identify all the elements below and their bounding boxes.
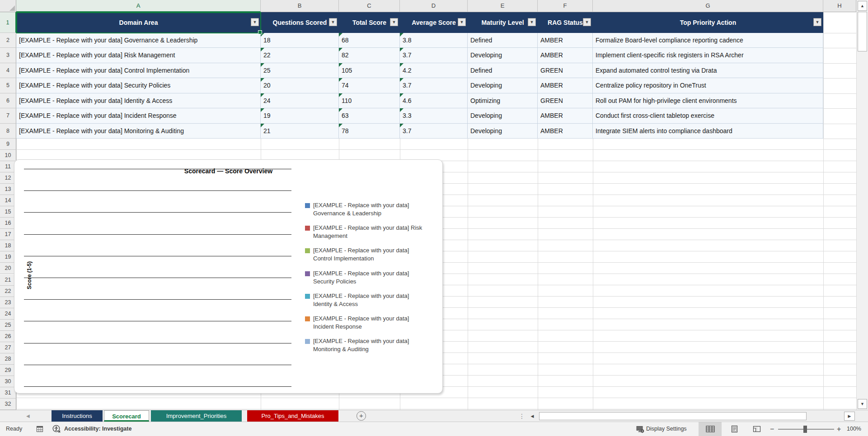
zoom-slider-thumb[interactable] — [803, 426, 807, 433]
table-cell[interactable]: [EXAMPLE - Replace with your data] Monit… — [16, 124, 261, 139]
column-header-H[interactable]: H — [823, 0, 856, 12]
row-header-9[interactable]: 9 — [0, 139, 16, 150]
table-cell[interactable]: 68 — [339, 33, 400, 48]
sheet-tab-improvement_priorities[interactable]: Improvement_Priorities — [151, 410, 242, 422]
filter-button[interactable]: ▼ — [251, 18, 259, 26]
table-cell[interactable]: Formalize Board-level compliance reporti… — [593, 33, 823, 48]
table-cell[interactable]: Expand automated control testing via Dra… — [593, 63, 823, 78]
table-cell[interactable]: [EXAMPLE - Replace with your data] Gover… — [16, 33, 261, 48]
table-cell[interactable]: Centralize policy repository in OneTrust — [593, 78, 823, 93]
table-cell[interactable]: [EXAMPLE - Replace with your data] Secur… — [16, 78, 261, 93]
row-header-3[interactable]: 3 — [0, 48, 16, 63]
page-layout-view-button[interactable] — [724, 422, 745, 436]
table-cell[interactable]: AMBER — [538, 48, 593, 63]
table-cell[interactable]: Integrate SIEM alerts into compliance da… — [593, 124, 823, 139]
zoom-level[interactable]: 100% — [847, 422, 861, 436]
table-cell[interactable]: 25 — [261, 63, 339, 78]
table-cell[interactable]: 3.7 — [400, 124, 468, 139]
table-cell[interactable]: 19 — [261, 108, 339, 124]
filter-button[interactable]: ▼ — [813, 18, 821, 26]
table-cell[interactable]: [EXAMPLE - Replace with your data] Incid… — [16, 108, 261, 124]
row-header-5[interactable]: 5 — [0, 78, 16, 93]
table-cell[interactable]: AMBER — [538, 108, 593, 124]
table-cell[interactable]: Optimizing — [468, 93, 538, 108]
row-header-4[interactable]: 4 — [0, 63, 16, 78]
table-cell[interactable]: 3.3 — [400, 108, 468, 124]
table-cell[interactable]: GREEN — [538, 63, 593, 78]
filter-button[interactable]: ▼ — [583, 18, 591, 26]
table-cell[interactable]: [EXAMPLE - Replace with your data] Risk … — [16, 48, 261, 63]
row-header-1[interactable]: 1 — [0, 12, 16, 33]
table-cell[interactable]: AMBER — [538, 78, 593, 93]
table-cell[interactable]: 63 — [339, 108, 400, 124]
table-cell[interactable]: 18 — [261, 33, 339, 48]
zoom-in-button[interactable]: + — [837, 422, 841, 436]
row-header-7[interactable]: 7 — [0, 108, 16, 124]
accessibility-status[interactable]: Accessibility: Investigate — [64, 422, 131, 436]
table-cell[interactable]: 4.6 — [400, 93, 468, 108]
table-cell[interactable]: 4.2 — [400, 63, 468, 78]
table-cell[interactable]: Developing — [468, 108, 538, 124]
column-header-F[interactable]: F — [538, 0, 593, 12]
vertical-scrollbar-thumb[interactable] — [858, 12, 867, 51]
table-cell[interactable]: 105 — [339, 63, 400, 78]
scroll-up-button[interactable]: ▲ — [858, 1, 867, 11]
macro-record-icon[interactable] — [36, 426, 43, 434]
table-cell[interactable]: Conduct first cross-client tabletop exer… — [593, 108, 823, 124]
embedded-chart[interactable]: Scorecard — Score Overview Score (1-5) [… — [14, 159, 443, 394]
table-cell[interactable]: AMBER — [538, 33, 593, 48]
table-cell[interactable]: Defined — [468, 33, 538, 48]
table-cell[interactable]: [EXAMPLE - Replace with your data] Ident… — [16, 93, 261, 108]
scroll-down-button[interactable]: ▼ — [858, 399, 867, 409]
table-cell[interactable]: Implement client-specific risk registers… — [593, 48, 823, 63]
row-header-8[interactable]: 8 — [0, 124, 16, 139]
zoom-out-button[interactable]: − — [770, 422, 774, 436]
tab-scroll-left-icon[interactable]: ◀ — [26, 410, 30, 422]
row-header-2[interactable]: 2 — [0, 33, 16, 48]
row-header-32[interactable]: 32 — [0, 399, 16, 410]
page-break-preview-button[interactable] — [746, 422, 767, 436]
table-cell[interactable]: Developing — [468, 48, 538, 63]
sheet-tab-scorecard[interactable]: Scorecard — [104, 410, 149, 422]
table-cell[interactable]: 110 — [339, 93, 400, 108]
add-sheet-button[interactable]: + — [357, 411, 366, 421]
tab-options-handle[interactable]: ⋮ — [519, 410, 525, 422]
table-cell[interactable]: Developing — [468, 124, 538, 139]
filter-button[interactable]: ▼ — [528, 18, 536, 26]
horizontal-scrollbar-thumb[interactable] — [539, 412, 807, 420]
column-header-B[interactable]: B — [261, 0, 339, 12]
table-cell[interactable]: AMBER — [538, 124, 593, 139]
table-cell[interactable]: Roll out PAM for high-privilege client e… — [593, 93, 823, 108]
row-header-10[interactable]: 10 — [0, 150, 16, 161]
normal-view-button[interactable] — [699, 422, 722, 436]
sheet-tab-instructions[interactable]: Instructions — [52, 410, 103, 422]
table-cell[interactable]: 3.8 — [400, 33, 468, 48]
table-cell[interactable]: GREEN — [538, 93, 593, 108]
select-all-corner[interactable] — [0, 0, 16, 12]
filter-button[interactable]: ▼ — [458, 18, 466, 26]
table-cell[interactable]: 20 — [261, 78, 339, 93]
table-cell[interactable]: 22 — [261, 48, 339, 63]
table-cell[interactable]: 24 — [261, 93, 339, 108]
hscroll-left-icon[interactable]: ◀ — [529, 410, 536, 422]
vertical-scrollbar[interactable]: ▲ ▼ — [856, 0, 868, 410]
table-cell[interactable]: 3.7 — [400, 48, 468, 63]
sheet-tab-pro_tips_and_mistakes[interactable]: Pro_Tips_and_Mistakes — [247, 410, 338, 422]
table-cell[interactable]: 21 — [261, 124, 339, 139]
filter-button[interactable]: ▼ — [390, 18, 398, 26]
display-settings-button[interactable]: Display Settings — [646, 422, 687, 436]
table-cell[interactable]: 82 — [339, 48, 400, 63]
table-cell[interactable]: 74 — [339, 78, 400, 93]
table-cell[interactable]: [EXAMPLE - Replace with your data] Contr… — [16, 63, 261, 78]
table-cell[interactable]: 78 — [339, 124, 400, 139]
column-header-C[interactable]: C — [339, 0, 400, 12]
table-cell[interactable]: Developing — [468, 78, 538, 93]
filter-button[interactable]: ▼ — [329, 18, 337, 26]
column-header-G[interactable]: G — [593, 0, 823, 12]
table-cell[interactable]: 3.7 — [400, 78, 468, 93]
column-header-D[interactable]: D — [400, 0, 468, 12]
row-header-6[interactable]: 6 — [0, 93, 16, 108]
column-header-A[interactable]: A — [16, 0, 261, 12]
hscroll-right-button[interactable]: ▶ — [844, 412, 855, 421]
table-cell[interactable]: Defined — [468, 63, 538, 78]
